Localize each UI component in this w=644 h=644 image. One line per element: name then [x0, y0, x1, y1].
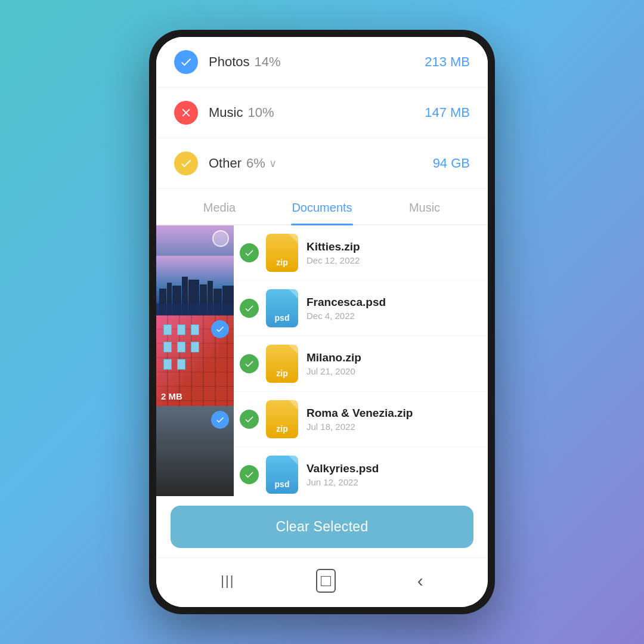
music-icon	[174, 101, 198, 125]
file-icon-francesca: psd	[266, 289, 298, 327]
file-item-francesca[interactable]: psd Francesca.psd Dec 4, 2022	[234, 281, 488, 336]
file-date-francesca: Dec 4, 2022	[306, 311, 476, 321]
photos-size: 213 MB	[425, 54, 470, 70]
photos-percent: 14%	[255, 54, 281, 70]
file-date-milano: Jul 21, 2020	[306, 366, 476, 376]
storage-section: Photos 14% 213 MB Music 10% 147 MB Other…	[156, 37, 488, 189]
file-item-valkyries[interactable]: psd Valkyries.psd Jun 12, 2022	[234, 447, 488, 496]
file-info-valkyries: Valkyries.psd Jun 12, 2022	[306, 462, 476, 487]
photos-label: Photos	[209, 54, 250, 70]
photo-strip: 2 MB	[156, 225, 234, 496]
photos-icon	[174, 50, 198, 74]
back-icon[interactable]: ‹	[417, 571, 423, 591]
other-chevron-icon: ∨	[269, 157, 277, 170]
file-check-milano	[240, 354, 259, 373]
home-icon[interactable]: □	[316, 569, 336, 593]
file-item-kitties[interactable]: zip Kitties.zip Dec 12, 2022	[234, 225, 488, 281]
music-percent: 10%	[247, 105, 274, 120]
other-percent: 6%	[246, 156, 265, 171]
content-area: 2 MB	[156, 225, 488, 496]
file-name-kitties: Kitties.zip	[306, 240, 476, 253]
file-info-francesca: Francesca.psd Dec 4, 2022	[306, 296, 476, 321]
tab-media[interactable]: Media	[168, 189, 271, 224]
photo-select-circle	[212, 230, 229, 247]
music-label: Music	[209, 105, 243, 120]
file-item-milano[interactable]: zip Milano.zip Jul 21, 2020	[234, 336, 488, 392]
svg-rect-11	[156, 304, 234, 315]
file-icon-roma: zip	[266, 400, 298, 438]
photo-check-dark	[211, 411, 229, 429]
tab-music[interactable]: Music	[373, 189, 476, 224]
files-list: zip Kitties.zip Dec 12, 2022 psd	[234, 225, 488, 496]
other-label: Other	[209, 156, 242, 171]
file-name-roma: Roma & Venezia.zip	[306, 407, 476, 420]
file-check-kitties	[240, 243, 259, 262]
photo-thumb-city[interactable]	[156, 225, 234, 315]
file-name-francesca: Francesca.psd	[306, 296, 476, 309]
music-size: 147 MB	[425, 105, 470, 120]
storage-item-other[interactable]: Other 6% ∨ 94 GB	[156, 138, 488, 189]
file-date-roma: Jul 18, 2022	[306, 422, 476, 432]
file-icon-valkyries: psd	[266, 456, 298, 494]
phone-screen: Photos 14% 213 MB Music 10% 147 MB Other…	[156, 37, 488, 607]
file-icon-milano: zip	[266, 345, 298, 383]
other-size: 94 GB	[433, 156, 470, 171]
file-date-valkyries: Jun 12, 2022	[306, 477, 476, 487]
tab-documents[interactable]: Documents	[271, 189, 373, 224]
photo-size-pink: 2 MB	[161, 391, 182, 401]
other-icon	[174, 151, 198, 175]
file-info-milano: Milano.zip Jul 21, 2020	[306, 351, 476, 376]
nav-bar: ||| □ ‹	[156, 558, 488, 607]
file-name-milano: Milano.zip	[306, 351, 476, 364]
file-check-roma	[240, 410, 259, 429]
file-name-valkyries: Valkyries.psd	[306, 462, 476, 475]
storage-item-music[interactable]: Music 10% 147 MB	[156, 88, 488, 138]
photo-thumb-dark[interactable]	[156, 406, 234, 496]
file-date-kitties: Dec 12, 2022	[306, 255, 476, 265]
file-icon-kitties: zip	[266, 234, 298, 272]
file-info-roma: Roma & Venezia.zip Jul 18, 2022	[306, 407, 476, 432]
storage-item-photos[interactable]: Photos 14% 213 MB	[156, 37, 488, 88]
photo-thumb-pink[interactable]: 2 MB	[156, 315, 234, 405]
clear-btn-area: Clear Selected	[156, 496, 488, 558]
file-info-kitties: Kitties.zip Dec 12, 2022	[306, 240, 476, 265]
file-check-francesca	[240, 299, 259, 318]
file-check-valkyries	[240, 465, 259, 484]
file-item-roma[interactable]: zip Roma & Venezia.zip Jul 18, 2022	[234, 392, 488, 447]
tabs-section: Media Documents Music	[156, 189, 488, 225]
menu-icon[interactable]: |||	[221, 573, 234, 589]
phone-frame: Photos 14% 213 MB Music 10% 147 MB Other…	[149, 30, 495, 614]
clear-selected-button[interactable]: Clear Selected	[171, 506, 473, 548]
